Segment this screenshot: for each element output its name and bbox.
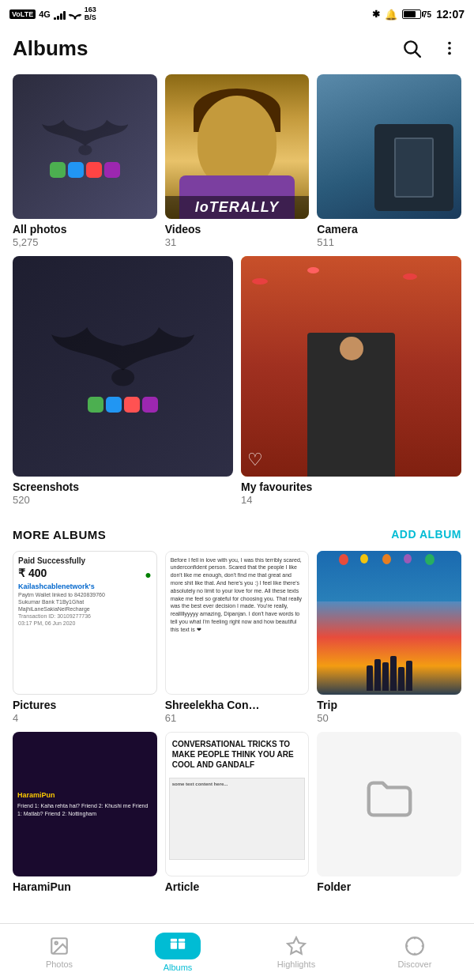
svg-rect-10 — [171, 942, 177, 948]
album-name: Pictures — [13, 699, 157, 711]
video-text: loTERALLY — [165, 196, 310, 219]
albums-nav-icon — [169, 937, 186, 955]
album-name: All photos — [13, 223, 157, 236]
status-right: ✱ 🔔 75 12:07 — [372, 8, 465, 21]
album-count: 61 — [165, 712, 310, 724]
more-albums-title: MORE ALBUMS — [13, 528, 106, 541]
more-album-grid: Paid Successfully ₹ 400 ● Kailashcablene… — [13, 551, 461, 894]
album-article[interactable]: CONVERSATIONAL TRICKS TO MAKE PEOPLE THI… — [165, 732, 310, 894]
bottom-navigation: Photos Albums Highlights Discov — [0, 923, 474, 980]
album-thumb-harami: HaramiPun Friend 1: Kaha rehta hai? Frie… — [13, 732, 157, 876]
svg-rect-13 — [179, 938, 185, 941]
svg-line-2 — [416, 52, 420, 57]
album-all-photos[interactable]: All photos 5,275 — [13, 74, 157, 248]
paytm-amount: ₹ 400 — [18, 567, 152, 579]
more-options-button[interactable] — [438, 36, 461, 60]
svg-point-5 — [448, 52, 451, 55]
paytm-status-dot: ● — [145, 568, 151, 581]
battery-indicator: 75 — [402, 9, 431, 19]
data-speed: 163B/S — [85, 6, 96, 22]
album-trip[interactable]: Trip 50 — [317, 551, 461, 725]
signal-bars — [54, 9, 66, 20]
more-albums-section: MORE ALBUMS ADD ALBUM Paid Successfully … — [0, 518, 474, 900]
paytm-merchant: Kailashcablenetwork's — [18, 582, 152, 590]
album-count: 5,275 — [13, 236, 157, 248]
search-button[interactable] — [398, 35, 425, 62]
add-album-button[interactable]: ADD ALBUM — [391, 528, 461, 541]
album-name: Shreelekha Con… — [165, 699, 310, 711]
svg-point-9 — [55, 941, 58, 944]
nav-discover[interactable]: Discover — [356, 929, 474, 975]
svg-line-20 — [408, 939, 410, 940]
album-name: Screenshots — [13, 481, 233, 493]
album-folder[interactable]: Folder — [317, 732, 461, 894]
bluetooth-icon: ✱ — [372, 9, 380, 20]
main-albums-section: All photos 5,275 loTERALLY Videos 31 — [0, 71, 474, 512]
svg-point-6 — [78, 145, 92, 155]
album-name: My favourites — [241, 481, 461, 493]
volte-indicator: VoLTE — [9, 9, 36, 19]
album-thumb-article: CONVERSATIONAL TRICKS TO MAKE PEOPLE THI… — [165, 732, 310, 876]
album-thumb-folder — [317, 732, 461, 876]
crowd-silhouette — [367, 656, 412, 691]
album-name: Videos — [165, 223, 310, 236]
album-count: 50 — [317, 712, 461, 724]
chat-text: Before I fell in love with you, I was th… — [171, 556, 304, 634]
album-screenshots[interactable]: Screenshots 520 — [13, 256, 233, 506]
paytm-detail3: MajhiLaneSakiaNeiRecharge — [18, 606, 152, 612]
header: Albums — [0, 28, 474, 71]
svg-point-0 — [73, 17, 76, 20]
nav-albums-label: Albums — [164, 963, 193, 972]
album-harami[interactable]: HaramiPun Friend 1: Kaha rehta hai? Frie… — [13, 732, 157, 894]
album-thumb-trip — [317, 551, 461, 695]
status-bar: VoLTE 4G 163B/S ✱ 🔔 75 12:07 — [0, 0, 474, 28]
nav-albums[interactable]: Albums — [118, 926, 237, 978]
heart-icon: ♡ — [247, 450, 263, 470]
album-thumb-screenshots — [13, 256, 233, 477]
album-count: 511 — [317, 236, 461, 248]
album-shreelekha[interactable]: Before I fell in love with you, I was th… — [165, 551, 310, 725]
app-icons-row — [50, 162, 120, 178]
album-thumb-chat: Before I fell in love with you, I was th… — [165, 551, 310, 695]
album-videos[interactable]: loTERALLY Videos 31 — [165, 74, 310, 248]
page-title: Albums — [13, 36, 88, 61]
nav-photos-label: Photos — [46, 959, 73, 969]
album-camera[interactable]: Camera 511 — [317, 74, 461, 248]
album-count: 520 — [13, 494, 233, 506]
album-thumb-videos: loTERALLY — [165, 74, 310, 219]
screenshots-icons — [88, 397, 158, 413]
svg-point-4 — [448, 47, 451, 50]
silent-icon: 🔔 — [385, 9, 397, 21]
discover-nav-icon — [404, 936, 425, 956]
svg-rect-11 — [179, 942, 185, 948]
album-count: 14 — [241, 494, 461, 506]
album-thumb-camera — [317, 74, 461, 219]
top-album-grid: All photos 5,275 loTERALLY Videos 31 — [13, 74, 461, 248]
paytm-detail2: Sukumar Bank T1By1Ghat — [18, 599, 152, 605]
album-favourites[interactable]: ♡ My favourites 14 — [241, 256, 461, 506]
svg-marker-14 — [288, 937, 305, 954]
paytm-paid: Paid Successfully — [18, 556, 152, 565]
article-text: CONVERSATIONAL TRICKS TO MAKE PEOPLE THI… — [169, 736, 306, 773]
album-thumb-pictures: Paid Successfully ₹ 400 ● Kailashcablene… — [13, 551, 157, 695]
nav-discover-label: Discover — [398, 959, 432, 969]
svg-rect-12 — [171, 938, 177, 941]
harami-text: Friend 1: Kaha rehta hai? Friend 2: Khus… — [17, 802, 152, 818]
paytm-txn: Transaction ID: 30109277736 — [18, 613, 152, 619]
album-thumb-favourites: ♡ — [241, 256, 461, 477]
bottom-album-grid: Screenshots 520 — [13, 256, 461, 506]
folder-icon — [362, 771, 417, 837]
nav-highlights[interactable]: Highlights — [237, 929, 356, 975]
nav-highlights-label: Highlights — [277, 959, 315, 969]
status-left: VoLTE 4G 163B/S — [9, 6, 96, 22]
album-pictures[interactable]: Paid Successfully ₹ 400 ● Kailashcablene… — [13, 551, 157, 725]
highlights-nav-icon — [286, 936, 307, 956]
paytm-detail1: Paytm Wallet linked to 8420839760 — [18, 592, 152, 597]
svg-line-21 — [420, 951, 422, 952]
album-count: 4 — [13, 712, 157, 724]
album-name: Trip — [317, 699, 461, 711]
wifi-icon — [69, 9, 81, 20]
album-count: 31 — [165, 236, 310, 248]
header-actions — [398, 35, 461, 62]
nav-photos[interactable]: Photos — [0, 929, 118, 975]
